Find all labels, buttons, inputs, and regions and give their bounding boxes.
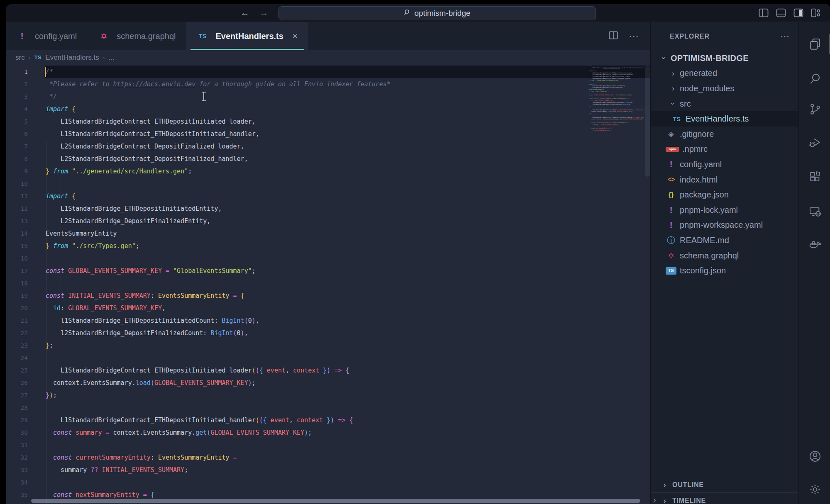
code-line-4[interactable]: 4import { [6,103,650,115]
sidebar-item-generated[interactable]: ›generated [651,66,798,81]
tab-EventHandlers.ts[interactable]: TSEventHandlers.ts× [186,22,308,50]
item-label: config.yaml [680,160,722,169]
extensions-icon[interactable] [799,168,830,185]
code-line-31[interactable]: 31 [6,439,650,451]
sidebar-item-pnpm-workspace.yaml[interactable]: !pnpm-workspace.yaml [651,218,798,233]
more-actions-icon[interactable]: ⋯ [629,30,640,42]
customize-layout-icon[interactable] [810,7,822,19]
run-debug-icon[interactable] [799,134,830,151]
sidebar-item-src[interactable]: ›src [651,96,798,112]
layout-sidebar-left-icon[interactable] [758,7,769,19]
code-line-2[interactable]: 2 *Please refer to https://docs.envio.de… [6,78,650,90]
search-icon[interactable] [799,71,830,87]
line-number: 35 [6,489,28,501]
docker-icon[interactable] [799,236,830,252]
code-line-5[interactable]: 5 L1StandardBridgeContract_ETHDepositIni… [6,115,650,128]
code-line-29[interactable]: 29 L1StandardBridgeContract_ETHDepositIn… [6,414,650,426]
code-line-7[interactable]: 7 L2StandardBridgeContract_DepositFinali… [6,140,650,153]
code-line-12[interactable]: 12 L1StandardBridge_ETHDepositInitiatedE… [6,202,650,215]
breadcrumb-item[interactable]: src [15,54,25,62]
vertical-scrollbar[interactable] [645,66,650,177]
line-content: } from "./src/Types.gen"; [46,240,139,252]
editor-group: !config.yaml✡schema.graphqlTSEventHandle… [6,22,650,504]
code-line-25[interactable]: 25 L1StandardBridgeContract_ETHDepositIn… [6,364,650,377]
section-outline[interactable]: ›OUTLINE [651,477,798,492]
code-line-32[interactable]: 32 const currentSummaryEntity: EventsSum… [6,451,650,464]
text-cursor [45,67,46,77]
remote-explorer-icon[interactable] [799,203,830,220]
code-line-34[interactable]: 34 [6,476,650,489]
code-line-6[interactable]: 6 L1StandardBridgeContract_ETHDepositIni… [6,128,650,140]
line-content: L2StandardBridgeContract_DepositFinalize… [46,140,244,153]
code-line-9[interactable]: 9} from "../generated/src/Handlers.gen"; [6,165,650,178]
code-line-19[interactable]: 19const INITIAL_EVENTS_SUMMARY: EventsSu… [6,290,650,302]
breadcrumb-item[interactable]: ... [109,54,115,62]
code-line-21[interactable]: 21 l1StandardBridge_ETHDepositInitiatedC… [6,314,650,327]
line-content: const GLOBAL_EVENTS_SUMMARY_KEY = "Globa… [46,265,256,277]
breadcrumb[interactable]: src›TSEventHandlers.ts›... [6,50,650,65]
sidebar-item-.npmrc[interactable]: npm.npmrc [651,142,798,157]
sidebar-item-package.json[interactable]: {}package.json [651,187,798,202]
code-line-24[interactable]: 24 [6,352,650,364]
settings-icon[interactable] [799,481,830,498]
code-line-30[interactable]: 30 const summary = context.EventsSummary… [6,426,650,439]
layout-sidebar-right-icon[interactable] [793,7,804,19]
code-line-20[interactable]: 20 id: GLOBAL_EVENTS_SUMMARY_KEY, [6,302,650,314]
line-number: 32 [6,451,28,464]
code-line-16[interactable]: 16 [6,252,650,265]
explorer-sidebar: EXPLORER ⋯ ›OPTIMISM-BRIDGE›generated›no… [650,22,798,504]
breadcrumb-item[interactable]: EventHandlers.ts [45,54,99,62]
split-editor-icon[interactable] [608,30,619,42]
sidebar-item-node_modules[interactable]: ›node_modules [651,81,798,96]
code-line-1[interactable]: 1/* [6,66,650,78]
nav-back-button[interactable]: ← [238,6,252,20]
item-label: package.json [680,190,729,200]
code-line-10[interactable]: 10 [6,178,650,190]
code-line-28[interactable]: 28 [6,402,650,414]
graphql-file-icon: ✡ [98,32,109,41]
sidebar-item-config.yaml[interactable]: !config.yaml [651,157,798,172]
sidebar-item-tsconfig.json[interactable]: TStsconfig.json [651,263,798,278]
code-line-26[interactable]: 26 context.EventsSummary.load(GLOBAL_EVE… [6,377,650,389]
command-center-search[interactable]: optimism-bridge [278,6,596,20]
source-control-icon[interactable] [799,101,830,117]
nav-forward-button[interactable]: → [257,6,271,20]
code-line-23[interactable]: 23}; [6,339,650,352]
explorer-more-icon[interactable]: ⋯ [780,31,790,42]
line-number: 19 [6,290,28,302]
tab-schema.graphql[interactable]: ✡schema.graphql [88,22,186,50]
code-line-11[interactable]: 11import { [6,190,650,202]
line-number: 3 [6,90,28,103]
titlebar-layout-controls [758,7,822,19]
code-line-14[interactable]: 14EventsSummaryEntity [6,227,650,240]
code-line-33[interactable]: 33 summary ?? INITIAL_EVENTS_SUMMARY; [6,464,650,476]
sidebar-item-pnpm-lock.yaml[interactable]: !pnpm-lock.yaml [651,202,798,218]
sidebar-item-.gitignore[interactable]: ◈.gitignore [651,127,798,142]
sidebar-item-schema.graphql[interactable]: ✡schema.graphql [651,248,798,263]
code-line-15[interactable]: 15} from "./src/Types.gen"; [6,240,650,252]
code-line-8[interactable]: 8 L2StandardBridgeContract_DepositFinali… [6,153,650,165]
tab-config.yaml[interactable]: !config.yaml [6,22,88,50]
line-content: L1StandardBridgeContract_ETHDepositIniti… [46,115,256,128]
file-tree: ›OPTIMISM-BRIDGE›generated›node_modules›… [651,51,798,278]
sidebar-item-README.md[interactable]: ⓘREADME.md [651,233,798,248]
code-line-27[interactable]: 27}); [6,389,650,402]
close-tab-icon[interactable]: × [293,31,298,41]
sidebar-item-EventHandlers.ts[interactable]: TSEventHandlers.ts [651,111,798,127]
code-editor[interactable]: 1/*2 *Please refer to https://docs.envio… [6,65,650,504]
sidebar-item-index.html[interactable]: <>index.html [651,172,798,187]
layout-panel-icon[interactable] [775,7,787,19]
line-content: id: GLOBAL_EVENTS_SUMMARY_KEY, [46,302,166,314]
sidebar-item-OPTIMISM-BRIDGE[interactable]: ›OPTIMISM-BRIDGE [651,51,798,66]
explorer-icon[interactable] [799,36,830,52]
code-line-13[interactable]: 13 L2StandardBridge_DepositFinalizedEnti… [6,215,650,227]
code-line-22[interactable]: 22 l2StandardBridge_DepositFinalizedCoun… [6,327,650,339]
code-line-18[interactable]: 18 [6,277,650,290]
line-content: L2StandardBridge_DepositFinalizedEntity, [46,215,210,227]
minimap[interactable]: /* *Please refer to https://docs.envio.d… [589,65,644,504]
section-timeline[interactable]: ›TIMELINE [651,492,798,504]
code-line-3[interactable]: 3 */ [6,90,650,103]
horizontal-scrollbar[interactable] [31,499,640,503]
code-line-17[interactable]: 17const GLOBAL_EVENTS_SUMMARY_KEY = "Glo… [6,265,650,277]
account-icon[interactable] [799,448,830,465]
